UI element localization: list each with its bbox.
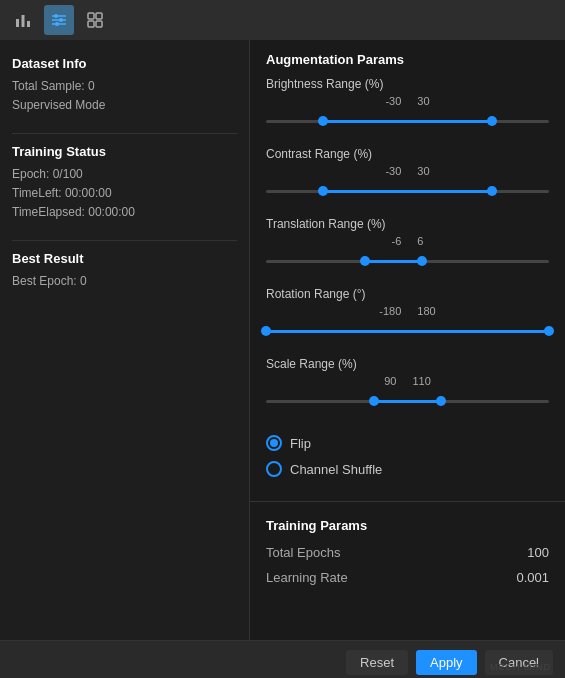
slider-values-3: -180180: [266, 305, 549, 317]
time-elapsed-label: TimeElapsed: 00:00:00: [12, 205, 237, 219]
radio-circle-1: [266, 461, 282, 477]
sliders-button[interactable]: [44, 5, 74, 35]
bottom-bar: Reset Apply Cancel: [0, 640, 565, 678]
radio-circle-0: [266, 435, 282, 451]
slider-values-1: -3030: [266, 165, 549, 177]
grid-button[interactable]: [80, 5, 110, 35]
slider-thumb-right-0[interactable]: [487, 116, 497, 126]
training-status-section: Training Status Epoch: 0/100 TimeLeft: 0…: [12, 144, 237, 241]
radio-label-0: Flip: [290, 436, 311, 451]
slider-label-1: Contrast Range (%): [266, 147, 549, 161]
slider-thumb-left-0[interactable]: [318, 116, 328, 126]
svg-rect-12: [96, 21, 102, 27]
slider-label-2: Translation Range (%): [266, 217, 549, 231]
slider-thumb-left-3[interactable]: [261, 326, 271, 336]
slider-track-3[interactable]: [266, 319, 549, 343]
svg-point-8: [55, 22, 59, 26]
param-row-1: Learning Rate0.001: [266, 570, 549, 585]
slider-group-1: Contrast Range (%)-3030: [266, 147, 549, 203]
supervised-mode-label: Supervised Mode: [12, 98, 237, 112]
svg-point-7: [59, 18, 63, 22]
svg-rect-11: [88, 21, 94, 27]
slider-values-2: -66: [266, 235, 549, 247]
slider-thumb-right-2[interactable]: [417, 256, 427, 266]
param-row-0: Total Epochs100: [266, 545, 549, 560]
dataset-title: Dataset Info: [12, 56, 237, 71]
slider-track-2[interactable]: [266, 249, 549, 273]
best-epoch-label: Best Epoch: 0: [12, 274, 237, 288]
slider-thumb-left-1[interactable]: [318, 186, 328, 196]
radio-option-1[interactable]: Channel Shuffle: [266, 461, 549, 477]
slider-thumb-right-1[interactable]: [487, 186, 497, 196]
param-label-1: Learning Rate: [266, 570, 348, 585]
radio-option-0[interactable]: Flip: [266, 435, 549, 451]
param-value-1: 0.001: [516, 570, 549, 585]
left-panel: Dataset Info Total Sample: 0 Supervised …: [0, 40, 250, 640]
svg-rect-10: [96, 13, 102, 19]
slider-group-2: Translation Range (%)-66: [266, 217, 549, 273]
svg-rect-1: [22, 15, 25, 27]
radio-label-1: Channel Shuffle: [290, 462, 382, 477]
training-params-section: Training Params Total Epochs100Learning …: [250, 502, 565, 605]
watermark: MECH MIND: [0, 662, 551, 672]
svg-rect-2: [27, 21, 30, 27]
aug-params-section: Augmentation Params Brightness Range (%)…: [250, 40, 565, 502]
slider-label-4: Scale Range (%): [266, 357, 549, 371]
time-left-label: TimeLeft: 00:00:00: [12, 186, 237, 200]
training-params-title: Training Params: [266, 514, 549, 533]
sliders-container: Brightness Range (%)-3030Contrast Range …: [266, 77, 549, 413]
slider-track-0[interactable]: [266, 109, 549, 133]
aug-params-title: Augmentation Params: [266, 52, 549, 67]
slider-track-1[interactable]: [266, 179, 549, 203]
slider-group-0: Brightness Range (%)-3030: [266, 77, 549, 133]
slider-values-4: 90110: [266, 375, 549, 387]
slider-thumb-right-3[interactable]: [544, 326, 554, 336]
epoch-label: Epoch: 0/100: [12, 167, 237, 181]
chart-button[interactable]: [8, 5, 38, 35]
slider-label-3: Rotation Range (°): [266, 287, 549, 301]
slider-thumb-right-4[interactable]: [436, 396, 446, 406]
slider-thumb-left-2[interactable]: [360, 256, 370, 266]
toolbar: [0, 0, 565, 40]
slider-values-0: -3030: [266, 95, 549, 107]
slider-label-0: Brightness Range (%): [266, 77, 549, 91]
svg-rect-0: [16, 19, 19, 27]
radio-group: FlipChannel Shuffle: [266, 427, 549, 491]
right-panel: Augmentation Params Brightness Range (%)…: [250, 40, 565, 640]
param-label-0: Total Epochs: [266, 545, 340, 560]
best-result-section: Best Result Best Epoch: 0: [12, 251, 237, 309]
params-container: Total Epochs100Learning Rate0.001: [266, 545, 549, 585]
main-content: Dataset Info Total Sample: 0 Supervised …: [0, 40, 565, 640]
slider-thumb-left-4[interactable]: [369, 396, 379, 406]
svg-point-6: [54, 14, 58, 18]
slider-group-3: Rotation Range (°)-180180: [266, 287, 549, 343]
dataset-section: Dataset Info Total Sample: 0 Supervised …: [12, 56, 237, 134]
radio-options-container: FlipChannel Shuffle: [266, 435, 549, 477]
param-value-0: 100: [527, 545, 549, 560]
slider-group-4: Scale Range (%)90110: [266, 357, 549, 413]
slider-track-4[interactable]: [266, 389, 549, 413]
training-status-title: Training Status: [12, 144, 237, 159]
svg-rect-9: [88, 13, 94, 19]
total-sample-label: Total Sample: 0: [12, 79, 237, 93]
best-result-title: Best Result: [12, 251, 237, 266]
